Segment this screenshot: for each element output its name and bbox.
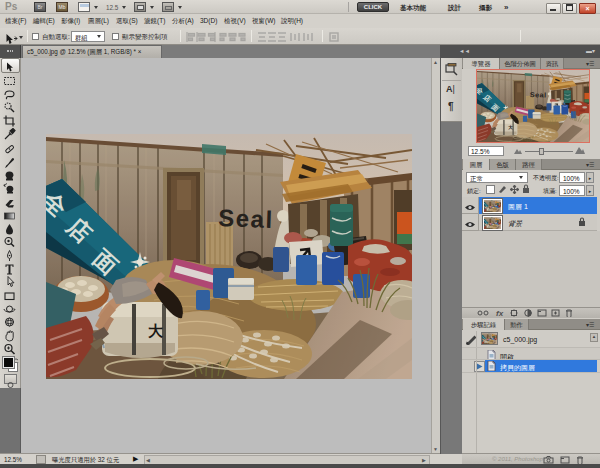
svg-text:fx: fx (496, 309, 504, 317)
